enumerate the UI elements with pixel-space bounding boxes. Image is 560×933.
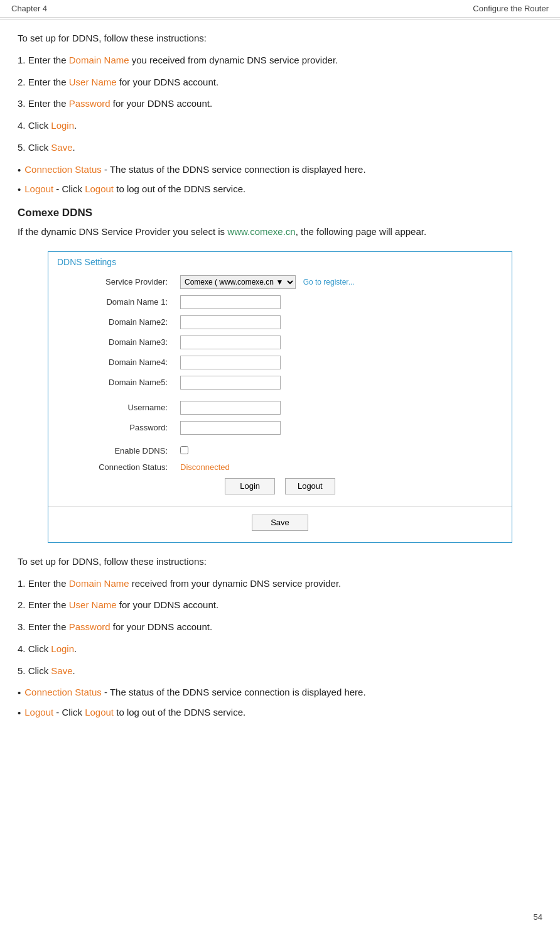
username-input[interactable]: [180, 401, 281, 415]
logout-label-link-2[interactable]: Logout: [24, 707, 53, 717]
connection-status-link-1[interactable]: Connection Status: [24, 164, 102, 175]
enable-ddns-cell: [174, 443, 512, 459]
bullet4-text: Logout - Click Logout to log out of the …: [24, 705, 245, 721]
bullet2-connection: • Connection Status - The status of the …: [18, 685, 542, 701]
login-link-2[interactable]: Login: [51, 643, 74, 654]
bullet2-text: Logout - Click Logout to log out of the …: [24, 182, 245, 197]
step1-1-num: 1. Enter the: [18, 55, 69, 65]
domain-name5-label: Domain Name5:: [48, 373, 174, 393]
domain-name2-label: Domain Name2:: [48, 312, 174, 332]
connection-status-row: Connection Status: Disconnected: [48, 459, 512, 475]
password-cell: [174, 418, 512, 438]
domain-name-link-2[interactable]: Domain Name: [69, 578, 129, 589]
step2-4: 4. Click Login.: [18, 641, 542, 657]
bullet1-text: Connection Status - The status of the DD…: [24, 162, 365, 178]
step2-2-rest: for your DDNS account.: [117, 599, 219, 610]
service-provider-label: Service Provider:: [48, 272, 174, 292]
user-name-link-1[interactable]: User Name: [69, 77, 117, 87]
step2-3-num: 3. Enter the: [18, 621, 69, 632]
password-link-2[interactable]: Password: [69, 621, 110, 632]
connection-status-cell: Disconnected: [174, 459, 512, 475]
save-button[interactable]: Save: [252, 515, 308, 531]
bullet-dot-4: •: [18, 706, 21, 721]
save-link-1[interactable]: Save: [51, 142, 72, 153]
chapter-label: Chapter 4: [11, 4, 47, 13]
enable-ddns-row: Enable DDNS:: [48, 443, 512, 459]
bullet1-logout: • Logout - Click Logout to log out of th…: [18, 182, 542, 198]
enable-ddns-checkbox[interactable]: [180, 446, 188, 454]
domain-name2-cell: [174, 312, 512, 332]
comexe-intro-end: , the following page will appear.: [296, 226, 426, 237]
step1-2: 2. Enter the User Name for your DDNS acc…: [18, 75, 542, 90]
bullet-dot-1: •: [18, 163, 21, 178]
enable-ddns-label: Enable DDNS:: [48, 443, 174, 459]
username-row: Username:: [48, 398, 512, 418]
user-name-link-2[interactable]: User Name: [69, 599, 117, 610]
username-cell: [174, 398, 512, 418]
comexe-link[interactable]: www.comexe.cn: [227, 226, 295, 237]
step1-4: 4. Click Login.: [18, 118, 542, 134]
comexe-intro-start: If the dynamic DNS Service Provider you …: [18, 226, 227, 237]
main-content: To set up for DDNS, follow these instruc…: [0, 19, 560, 763]
comexe-heading: Comexe DDNS: [18, 207, 542, 219]
connection-status-value: Disconnected: [180, 462, 230, 472]
domain-name1-cell: [174, 292, 512, 312]
step1-2-rest: for your DDNS account.: [117, 77, 219, 87]
step1-5: 5. Click Save.: [18, 140, 542, 156]
step2-4-num: 4. Click: [18, 643, 51, 654]
login-link-1[interactable]: Login: [51, 120, 74, 131]
page-header: Chapter 4 Configure the Router: [0, 0, 560, 18]
step1-1-rest: you received from dynamic DNS service pr…: [129, 55, 338, 65]
username-label: Username:: [48, 398, 174, 418]
domain-name2-input[interactable]: [180, 315, 281, 329]
password-link-1[interactable]: Password: [69, 98, 110, 109]
domain-name4-row: Domain Name4:: [48, 352, 512, 373]
ddns-settings-table: Service Provider: Comexe ( www.comexe.cn…: [48, 272, 512, 498]
step2-1-num: 1. Enter the: [18, 578, 69, 589]
section-label: Configure the Router: [473, 4, 549, 13]
domain-name4-label: Domain Name4:: [48, 352, 174, 373]
step2-5-num: 5. Click: [18, 665, 51, 676]
domain-name2-row: Domain Name2:: [48, 312, 512, 332]
domain-name3-label: Domain Name3:: [48, 332, 174, 352]
logout-label-link-1[interactable]: Logout: [24, 183, 53, 194]
connection-status-link-2[interactable]: Connection Status: [24, 687, 102, 697]
domain-name5-cell: [174, 373, 512, 393]
domain-name3-cell: [174, 332, 512, 352]
bullet1-connection: • Connection Status - The status of the …: [18, 162, 542, 178]
domain-name-link-1[interactable]: Domain Name: [69, 55, 129, 65]
connection-status-label: Connection Status:: [48, 459, 174, 475]
step2-3-rest: for your DDNS account.: [110, 621, 213, 632]
comexe-intro: If the dynamic DNS Service Provider you …: [18, 224, 542, 240]
step2-5-rest: .: [73, 665, 75, 676]
step2-4-rest: .: [74, 643, 77, 654]
page-number: 54: [534, 912, 542, 922]
logout-button[interactable]: Logout: [285, 478, 335, 494]
domain-name3-row: Domain Name3:: [48, 332, 512, 352]
logout-action-link-2[interactable]: Logout: [85, 707, 114, 717]
step1-5-rest: .: [73, 142, 75, 153]
step1-1: 1. Enter the Domain Name you received fr…: [18, 53, 542, 68]
step1-4-num: 4. Click: [18, 120, 51, 131]
go-register-link[interactable]: Go to register...: [303, 278, 355, 286]
step1-2-num: 2. Enter the: [18, 77, 69, 87]
step2-5: 5. Click Save.: [18, 663, 542, 679]
step2-1: 1. Enter the Domain Name received from y…: [18, 576, 542, 592]
step1-5-num: 5. Click: [18, 142, 51, 153]
save-link-2[interactable]: Save: [51, 665, 72, 676]
logout-action-link-1[interactable]: Logout: [85, 183, 114, 194]
service-provider-row: Service Provider: Comexe ( www.comexe.cn…: [48, 272, 512, 292]
step1-4-rest: .: [74, 120, 77, 131]
password-input[interactable]: [180, 421, 281, 435]
domain-name1-input[interactable]: [180, 295, 281, 309]
spacer-row-1: [48, 393, 512, 398]
domain-name4-input[interactable]: [180, 356, 281, 369]
domain-name5-input[interactable]: [180, 376, 281, 390]
login-logout-cell: Login Logout: [48, 475, 512, 498]
domain-name3-input[interactable]: [180, 336, 281, 349]
service-provider-select[interactable]: Comexe ( www.comexe.cn ▼: [180, 275, 296, 289]
login-button[interactable]: Login: [225, 478, 275, 494]
section1-intro: To set up for DDNS, follow these instruc…: [18, 31, 542, 46]
step1-3-num: 3. Enter the: [18, 98, 69, 109]
bullet3-text: Connection Status - The status of the DD…: [24, 685, 365, 701]
